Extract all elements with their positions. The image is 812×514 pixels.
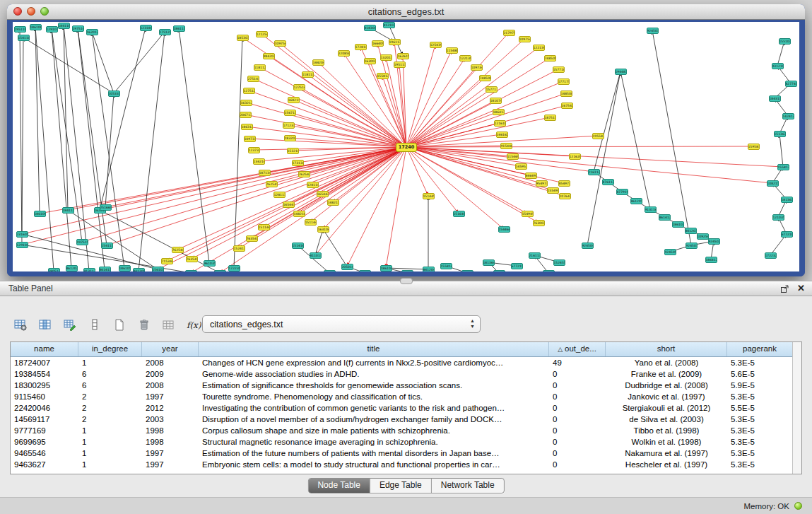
- graph-node[interactable]: 1281131: [273, 192, 286, 198]
- graph-node[interactable]: 1554931: [547, 187, 559, 194]
- graph-node[interactable]: 1861031: [672, 221, 684, 228]
- graph-node[interactable]: 1097341: [471, 64, 483, 71]
- graph-node[interactable]: 1221391: [459, 55, 471, 62]
- graph-node[interactable]: 7485091: [544, 55, 556, 62]
- graph-node[interactable]: 1951131: [394, 62, 406, 68]
- graph-node[interactable]: 1254391: [430, 42, 442, 48]
- table-row[interactable]: 1456911722003Disruption of a novel membe…: [11, 414, 801, 425]
- graph-node[interactable]: 7635415: [246, 235, 258, 242]
- graph-node[interactable]: 1875111: [544, 115, 556, 121]
- graph-node[interactable]: 2179751: [503, 30, 515, 36]
- graph-node[interactable]: 2316051: [16, 231, 28, 238]
- graph-node[interactable]: 1291041: [16, 242, 28, 248]
- table-row[interactable]: 2242004622012Investigating the contribut…: [11, 402, 801, 414]
- graph-node[interactable]: 9549731: [536, 180, 548, 187]
- graph-node[interactable]: 1861051: [119, 265, 131, 271]
- graph-node[interactable]: 1861131: [173, 25, 185, 32]
- graph-node[interactable]: 9312101: [772, 63, 784, 69]
- graph-node[interactable]: 1514457: [423, 193, 435, 199]
- graph-node[interactable]: 1813631: [781, 197, 793, 203]
- graph-node[interactable]: 1524551: [553, 259, 565, 266]
- graph-node[interactable]: 1154801: [446, 47, 458, 54]
- function-builder-icon[interactable]: f(x): [184, 315, 202, 334]
- graph-node[interactable]: 1654421: [317, 191, 329, 197]
- graph-node[interactable]: 1728141: [355, 44, 367, 50]
- table-row[interactable]: 1872400712008Changes of HCN gene express…: [11, 357, 801, 368]
- import-table-icon[interactable]: [160, 315, 177, 334]
- graph-node[interactable]: 9610351: [204, 260, 216, 267]
- graph-node[interactable]: 1275141: [293, 84, 305, 90]
- graph-node[interactable]: 1832021: [284, 135, 296, 141]
- graph-node[interactable]: 1231841: [140, 25, 152, 31]
- graph-node[interactable]: 1871341: [259, 170, 271, 176]
- graph-node[interactable]: 1841101: [58, 23, 70, 29]
- graph-node[interactable]: 1076471: [559, 193, 571, 199]
- graph-node[interactable]: 2050131: [214, 270, 226, 272]
- graph-node[interactable]: 9131171: [83, 268, 95, 272]
- graph-node[interactable]: 7635414: [186, 256, 198, 262]
- graph-node[interactable]: 1577171: [486, 86, 498, 93]
- graph-node[interactable]: 1237321: [248, 147, 260, 153]
- graph-node[interactable]: 25166050: [100, 204, 112, 211]
- graph-node[interactable]: 1485081: [560, 90, 572, 97]
- graph-node[interactable]: 8549731: [558, 180, 570, 187]
- graph-node[interactable]: 1092541: [697, 233, 709, 240]
- graph-node[interactable]: 9245041: [582, 243, 594, 249]
- graph-node[interactable]: 8761131: [602, 179, 614, 185]
- column-header-name[interactable]: name: [11, 342, 78, 356]
- graph-node[interactable]: 1514161: [292, 243, 304, 249]
- graph-node[interactable]: 1424131: [782, 113, 794, 119]
- graph-node[interactable]: 1626151: [397, 53, 409, 59]
- graph-node[interactable]: 1631041: [317, 226, 329, 233]
- graph-node[interactable]: 1620121: [86, 29, 98, 35]
- tab-edge-table[interactable]: Edge Table: [370, 479, 432, 493]
- graph-node[interactable]: 1524131: [233, 245, 245, 252]
- graph-node[interactable]: 7625421: [298, 171, 310, 177]
- graph-node[interactable]: 1281141: [307, 182, 319, 188]
- graph-node[interactable]: 1853034: [237, 35, 249, 41]
- graph-node[interactable]: 984203: [263, 53, 275, 59]
- graph-node[interactable]: 818304: [364, 25, 376, 31]
- graph-node[interactable]: 1461621: [496, 132, 508, 138]
- splitter-handle[interactable]: [400, 278, 413, 284]
- column-header-title[interactable]: title: [199, 342, 549, 356]
- graph-node[interactable]: 1532141: [287, 148, 299, 154]
- graph-node[interactable]: 1320131: [380, 54, 392, 61]
- graph-node[interactable]: 1722301: [228, 265, 240, 271]
- graph-node[interactable]: 1511447: [258, 224, 270, 230]
- table-settings-icon[interactable]: [11, 315, 29, 334]
- graph-node[interactable]: 9245051: [664, 249, 676, 255]
- graph-node[interactable]: 8612021: [66, 265, 78, 271]
- graph-node[interactable]: 1861081: [30, 24, 42, 30]
- graph-node[interactable]: 7625411: [266, 181, 278, 187]
- window-minimize-button[interactable]: [27, 7, 35, 16]
- network-canvas[interactable]: 1724018530341212543109754998420311811202…: [13, 22, 799, 271]
- graph-node[interactable]: 1810741: [490, 98, 502, 104]
- graph-node[interactable]: 1861041: [380, 265, 392, 271]
- table-selector-dropdown[interactable]: citations_edges.txt ▲▼: [202, 315, 481, 333]
- graph-node[interactable]: 924502: [708, 238, 720, 245]
- graph-node[interactable]: 1731341: [292, 160, 304, 166]
- graph-node[interactable]: 827741: [785, 81, 797, 87]
- new-table-icon[interactable]: [110, 315, 128, 334]
- graph-node[interactable]: 9131161: [645, 206, 657, 213]
- graph-node[interactable]: 1771751: [558, 78, 570, 85]
- graph-node[interactable]: 7153441: [161, 258, 173, 264]
- table-row[interactable]: 911546021997Tourette syndrome. Phenomeno…: [11, 391, 801, 402]
- column-header-pagerank[interactable]: pagerank: [727, 342, 793, 356]
- graph-node[interactable]: 155813: [777, 164, 789, 170]
- graph-node[interactable]: 1722321: [765, 252, 777, 259]
- table-edit-icon[interactable]: [61, 315, 78, 334]
- graph-node[interactable]: 6772111: [511, 263, 523, 269]
- graph-node[interactable]: 1722311: [359, 270, 371, 272]
- graph-node[interactable]: 1544641: [498, 226, 510, 233]
- graph-node[interactable]: 7625442: [172, 247, 184, 253]
- graph-node[interactable]: 1632121: [240, 100, 252, 106]
- column-header-in_degree[interactable]: in_degree: [78, 342, 142, 356]
- float-panel-icon[interactable]: [780, 284, 789, 293]
- graph-node[interactable]: 19448794: [615, 69, 627, 75]
- graph-node[interactable]: 8614131: [99, 267, 111, 272]
- graph-node[interactable]: 1092551: [401, 270, 413, 272]
- graph-node[interactable]: 877919: [616, 189, 628, 195]
- graph-node[interactable]: 8110131: [310, 252, 322, 259]
